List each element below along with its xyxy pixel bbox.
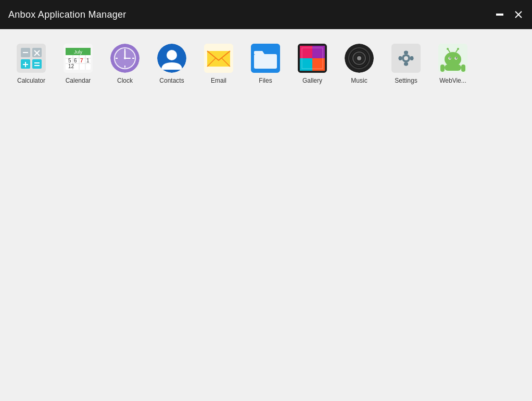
app-item-files[interactable]: Files — [245, 40, 286, 88]
music-icon — [345, 44, 374, 73]
svg-rect-7 — [32, 59, 42, 69]
files-label: Files — [259, 77, 272, 84]
app-item-email[interactable]: Email — [198, 40, 239, 88]
svg-rect-82 — [445, 64, 461, 71]
clock-label: Clock — [117, 77, 133, 84]
svg-text:1: 1 — [86, 58, 90, 63]
svg-point-39 — [124, 57, 126, 59]
svg-rect-3 — [17, 44, 46, 73]
svg-point-63 — [404, 56, 408, 60]
app-content: Calculator — [0, 29, 532, 401]
main-window: Anbox Application Manager — [0, 0, 532, 401]
calendar-label: Calendar — [66, 77, 91, 84]
svg-point-81 — [457, 48, 459, 50]
files-icon — [251, 44, 280, 73]
window-controls — [495, 9, 524, 20]
calculator-icon — [17, 44, 46, 73]
app-grid: Calculator — [10, 40, 522, 88]
svg-text:July: July — [74, 49, 83, 55]
calendar-icon: 5 6 7 1 12 July — [64, 44, 93, 73]
settings-icon — [391, 44, 421, 73]
svg-rect-48 — [254, 54, 277, 69]
svg-text:6: 6 — [74, 58, 77, 63]
svg-point-77 — [455, 57, 457, 58]
app-item-webview[interactable]: WebVie... — [432, 40, 474, 88]
svg-point-80 — [447, 48, 449, 50]
app-item-settings[interactable]: Settings — [385, 40, 427, 88]
svg-text:5: 5 — [68, 58, 71, 63]
gallery-icon — [298, 44, 327, 73]
svg-rect-54 — [302, 48, 323, 69]
app-item-contacts[interactable]: Contacts — [151, 40, 193, 88]
app-item-music[interactable]: Music — [338, 40, 380, 88]
email-label: Email — [211, 77, 226, 84]
webview-icon — [438, 44, 467, 73]
svg-text:12: 12 — [68, 63, 74, 69]
svg-point-76 — [449, 57, 450, 58]
contacts-icon — [157, 44, 186, 73]
contacts-label: Contacts — [159, 77, 184, 84]
svg-point-41 — [167, 50, 177, 60]
minimize-button[interactable] — [495, 9, 505, 20]
svg-rect-0 — [497, 14, 503, 15]
settings-label: Settings — [395, 77, 417, 84]
svg-text:7: 7 — [80, 58, 83, 63]
calculator-label: Calculator — [17, 77, 45, 84]
svg-rect-84 — [461, 64, 465, 72]
svg-point-73 — [445, 52, 461, 67]
gallery-label: Gallery — [302, 77, 322, 84]
app-title: Anbox Application Manager — [8, 9, 126, 20]
close-button[interactable] — [513, 9, 524, 20]
app-item-clock[interactable]: Clock — [104, 40, 146, 88]
svg-point-60 — [351, 50, 368, 67]
music-label: Music — [351, 77, 367, 84]
webview-label: WebVie... — [439, 77, 466, 84]
email-icon — [204, 44, 233, 73]
titlebar: Anbox Application Manager — [0, 0, 532, 29]
clock-icon — [110, 44, 140, 73]
svg-rect-83 — [440, 64, 445, 72]
app-item-gallery[interactable]: Gallery — [292, 40, 333, 88]
app-item-calendar[interactable]: 5 6 7 1 12 July Calendar — [57, 40, 99, 88]
app-item-calculator[interactable]: Calculator — [10, 40, 52, 88]
